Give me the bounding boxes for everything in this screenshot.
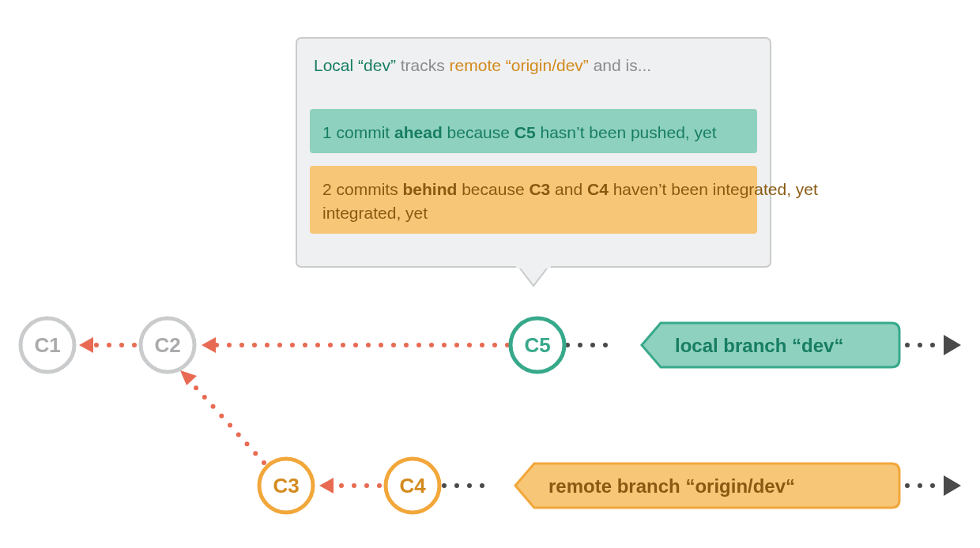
svg-text:C3: C3 — [273, 474, 299, 497]
svg-text:C2: C2 — [154, 333, 180, 357]
commit-c3: C3 — [259, 459, 313, 512]
tooltip-header: Local “dev” tracks remote “origin/dev” a… — [314, 56, 651, 74]
behind-text-1: 2 commits behind because C3 and C4 haven… — [322, 180, 818, 198]
tooltip-panel: Local “dev” tracks remote “origin/dev” a… — [296, 38, 818, 286]
svg-text:C1: C1 — [34, 333, 60, 357]
behind-text-2: integrated, yet — [322, 204, 428, 222]
arrowhead-c5-c2 — [202, 337, 216, 353]
arrowhead-c2-c1 — [79, 337, 93, 353]
svg-text:local branch “dev“: local branch “dev“ — [675, 335, 843, 356]
commit-c5: C5 — [511, 318, 564, 372]
branch-tag-local: local branch “dev“ — [642, 323, 899, 367]
edge-c3-c2 — [188, 379, 264, 463]
arrowhead-c3-c2 — [180, 370, 197, 385]
commit-c4: C4 — [386, 459, 439, 512]
svg-text:remote branch “origin/dev“: remote branch “origin/dev“ — [548, 475, 795, 497]
svg-text:C5: C5 — [524, 333, 550, 357]
ahead-text: 1 commit ahead because C5 hasn’t been pu… — [322, 123, 717, 141]
diagram-canvas: Local “dev” tracks remote “origin/dev” a… — [0, 0, 980, 548]
arrowhead-c4-c3 — [319, 478, 334, 494]
behind-box — [310, 166, 757, 234]
svg-rect-2 — [516, 261, 551, 268]
svg-text:C4: C4 — [399, 474, 426, 497]
commit-c2: C2 — [141, 318, 194, 372]
commit-c1: C1 — [21, 318, 74, 372]
future-remote-arrow — [944, 475, 961, 496]
branch-tag-remote: remote branch “origin/dev“ — [515, 464, 899, 508]
future-local-arrow — [944, 335, 961, 355]
